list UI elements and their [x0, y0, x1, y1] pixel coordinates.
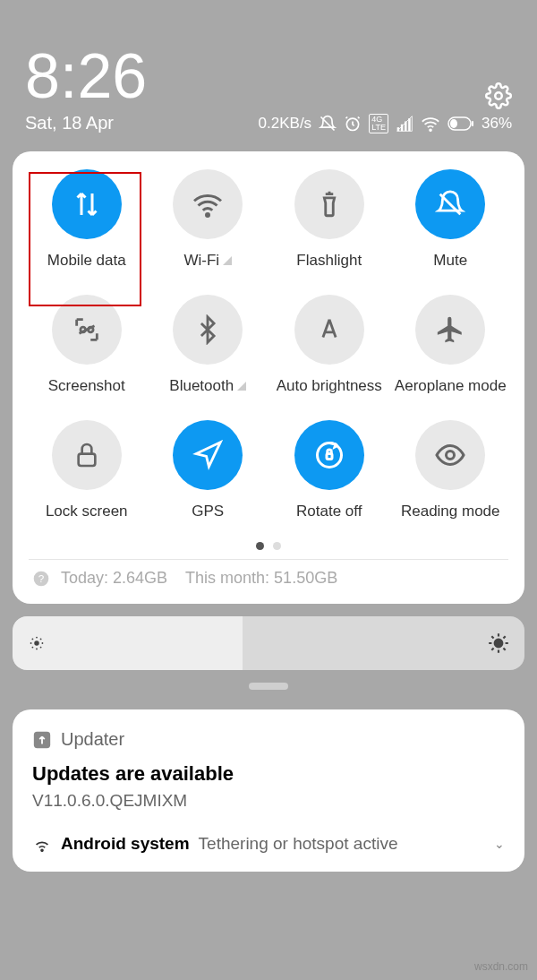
svg-rect-3	[401, 124, 404, 131]
tile-label: Lock screen	[46, 503, 128, 520]
today-usage: Today: 2.64GB	[61, 569, 167, 588]
tile-label: Auto brightness	[277, 377, 382, 395]
svg-point-6	[430, 129, 431, 131]
tile-bluetooth[interactable]: Bluetooth	[150, 295, 267, 395]
notif-app-name: Updater	[61, 729, 124, 750]
status-icons: 0.2KB/s 4GLTE 36%	[259, 114, 512, 133]
tile-aeroplane-mode[interactable]: Aeroplane mode	[393, 295, 509, 395]
mute-icon	[415, 169, 485, 239]
watermark: wsxdn.com	[474, 960, 528, 973]
svg-rect-5	[408, 118, 411, 131]
date-label: Sat, 18 Apr	[25, 113, 114, 133]
svg-point-20	[36, 637, 38, 639]
wifi-hotspot-icon	[32, 834, 52, 854]
tile-grid: Mobile data Wi-Fi Flashlight Mute Screen	[25, 169, 512, 520]
tile-flashlight[interactable]: Flashlight	[271, 169, 388, 270]
gps-icon	[173, 420, 243, 490]
svg-point-22	[30, 642, 32, 644]
tile-lock-screen[interactable]: Lock screen	[29, 420, 145, 520]
svg-point-10	[207, 214, 209, 217]
bluetooth-icon	[173, 295, 243, 365]
eye-icon	[415, 420, 485, 490]
alarm-icon	[344, 115, 362, 133]
expand-indicator	[223, 256, 232, 265]
svg-point-30	[41, 849, 43, 851]
svg-point-25	[40, 647, 42, 649]
data-usage-row[interactable]: ? Today: 2.64GB This month: 51.50GB	[25, 560, 512, 589]
tile-label: GPS	[192, 503, 224, 520]
tile-gps[interactable]: GPS	[150, 420, 267, 520]
info-icon: ?	[32, 570, 50, 588]
svg-point-24	[32, 639, 34, 640]
volte-icon: 4GLTE	[369, 114, 388, 133]
svg-rect-9	[472, 121, 473, 126]
tile-label: Screenshot	[48, 377, 125, 395]
tile-label: Bluetooth	[169, 377, 246, 395]
screenshot-icon	[52, 295, 122, 365]
tile-mobile-data[interactable]: Mobile data	[29, 169, 145, 270]
notif-title: Updates are available	[32, 762, 505, 786]
brightness-high-icon	[487, 632, 510, 655]
page-dot	[273, 542, 281, 550]
svg-rect-15	[327, 454, 332, 460]
page-indicator	[25, 542, 512, 550]
svg-point-27	[32, 647, 34, 649]
flashlight-icon	[294, 169, 364, 239]
page-dot	[256, 542, 264, 550]
lock-icon	[52, 420, 122, 490]
svg-point-19	[34, 640, 39, 646]
wifi-icon	[173, 169, 243, 239]
svg-point-23	[42, 642, 44, 644]
dnd-icon	[319, 115, 337, 133]
brightness-slider[interactable]	[13, 616, 524, 670]
svg-point-26	[40, 639, 42, 640]
rotate-lock-icon	[294, 420, 364, 490]
auto-brightness-icon	[294, 295, 364, 365]
brightness-fill	[13, 616, 243, 670]
notification-item[interactable]: Android system Tethering or hotspot acti…	[32, 834, 505, 854]
svg-rect-2	[397, 127, 400, 131]
airplane-icon	[415, 295, 485, 365]
notif-body: V11.0.6.0.QEJMIXM	[32, 791, 505, 811]
updater-app-icon	[32, 730, 52, 750]
tile-mute[interactable]: Mute	[393, 169, 509, 270]
svg-rect-4	[405, 121, 407, 131]
tile-wifi[interactable]: Wi-Fi	[150, 169, 267, 270]
svg-rect-13	[78, 454, 95, 466]
tile-reading-mode[interactable]: Reading mode	[393, 420, 509, 520]
tile-label: Flashlight	[296, 252, 362, 270]
data-speed: 0.2KB/s	[259, 115, 312, 133]
svg-text:?: ?	[38, 572, 45, 584]
month-usage: This month: 51.50GB	[185, 569, 337, 588]
tile-screenshot[interactable]: Screenshot	[29, 295, 145, 395]
notif-app-header: Updater	[32, 729, 505, 750]
settings-button[interactable]	[485, 82, 512, 113]
quick-settings-panel: Mobile data Wi-Fi Flashlight Mute Screen	[13, 151, 524, 604]
signal-icon	[396, 115, 413, 133]
battery-pct: 36%	[482, 115, 512, 133]
brightness-low-icon	[27, 633, 47, 653]
tile-auto-brightness[interactable]: Auto brightness	[271, 295, 388, 395]
expand-indicator	[237, 382, 246, 391]
svg-point-0	[495, 92, 502, 99]
tile-label: Reading mode	[401, 503, 500, 520]
battery-icon	[448, 116, 474, 131]
tile-label: Aeroplane mode	[395, 377, 507, 395]
mobile-data-icon	[52, 169, 122, 239]
wifi-status-icon	[421, 114, 440, 133]
tile-rotate-off[interactable]: Rotate off	[271, 420, 388, 520]
svg-point-16	[447, 451, 455, 460]
notif-message: Tethering or hotspot active	[199, 834, 398, 854]
chevron-down-icon[interactable]: ⌄	[494, 837, 505, 851]
drag-handle[interactable]	[249, 683, 288, 690]
tile-label: Mobile data	[47, 252, 126, 270]
svg-rect-8	[450, 119, 457, 128]
tile-label: Mute	[433, 252, 467, 270]
tile-label: Rotate off	[296, 503, 362, 520]
notif-app-name: Android system	[61, 834, 190, 854]
svg-point-28	[495, 640, 503, 648]
notification-card[interactable]: Updater Updates are available V11.0.6.0.…	[13, 709, 524, 872]
svg-point-21	[36, 649, 38, 650]
tile-label: Wi-Fi	[183, 252, 232, 270]
clock-time: 8:26	[25, 45, 512, 107]
